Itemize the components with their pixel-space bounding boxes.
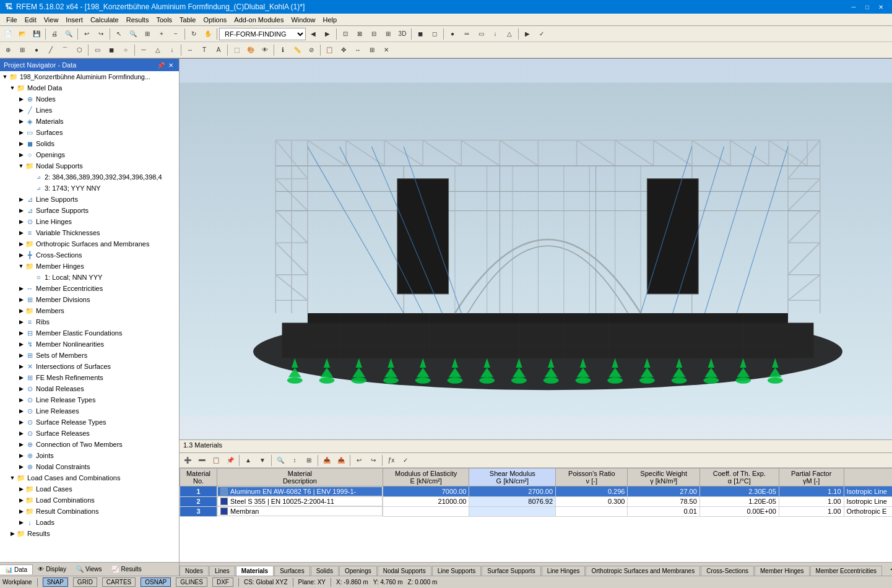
tb2-measure[interactable]: 📏 (290, 43, 304, 57)
menu-item-edit[interactable]: Edit (21, 15, 40, 25)
expand-ortho[interactable]: ▶ (17, 240, 25, 248)
btab-member-ecc[interactable]: Member Eccentricities (810, 566, 882, 576)
glines-btn[interactable]: GLINES (176, 577, 207, 587)
btab-materials[interactable]: Materials (236, 566, 274, 576)
btab-member-hinges[interactable]: Member Hinges (755, 566, 810, 576)
tree-surface-supports[interactable]: ▶ ⊿ Surface Supports (0, 205, 179, 216)
mat-E-1[interactable]: 7000.00 (383, 486, 469, 497)
tb2-array[interactable]: ⊞ (365, 43, 379, 57)
mat-gamma-1[interactable]: 27.00 (628, 486, 699, 497)
tb-zoom-in[interactable]: + (155, 27, 168, 41)
tb-new[interactable]: 📄 (1, 27, 15, 41)
btab-cross-sections[interactable]: Cross-Sections (701, 566, 754, 576)
menu-item-options[interactable]: Options (199, 15, 230, 25)
tb-pan[interactable]: ✋ (201, 27, 215, 41)
expand-openings[interactable]: ▶ (17, 151, 25, 158)
tree-nodal-constraints[interactable]: ▶ ⊕ Nodal Constraints (0, 461, 179, 472)
tb-supp-disp[interactable]: △ (503, 27, 516, 41)
expand-model-data[interactable]: ▼ (9, 84, 16, 92)
nav-tab-results[interactable]: 📈 Results (106, 564, 146, 574)
osnap-btn[interactable]: OSNAP (141, 577, 171, 587)
tree-materials[interactable]: ▶ ◈ Materials (0, 116, 179, 127)
tb-prev-step[interactable]: ◀ (306, 27, 320, 41)
tb2-mirror[interactable]: ↔ (351, 43, 365, 57)
btab-nodes[interactable]: Nodes (180, 566, 209, 576)
table-tb-redo[interactable]: ↪ (366, 454, 380, 467)
mat-alpha-1[interactable]: 2.30E-05 (699, 486, 779, 497)
mat-nu-3[interactable] (556, 506, 628, 516)
tb2-delete[interactable]: ✕ (379, 43, 393, 57)
tree-surf-rel-types[interactable]: ▶ ⊙ Surface Release Types (0, 417, 179, 428)
menu-item-help[interactable]: Help (319, 15, 341, 25)
tb-redo[interactable]: ↪ (94, 27, 108, 41)
expand-cross[interactable]: ▶ (17, 251, 25, 259)
tree-member-eccentricities[interactable]: ▶ ↔ Member Eccentricities (0, 283, 179, 294)
expand-intersect[interactable]: ▶ (17, 363, 25, 370)
btab-surface-supports[interactable]: Surface Supports (482, 566, 540, 576)
tb-undo[interactable]: ↩ (80, 27, 93, 41)
tb-surf-disp[interactable]: ▭ (474, 27, 488, 41)
cartes-btn[interactable]: CARTES (102, 577, 136, 587)
tb2-opening[interactable]: ○ (119, 43, 132, 57)
minimize-btn[interactable]: ─ (847, 2, 860, 12)
tree-openings[interactable]: ▶ ○ Openings (0, 149, 179, 160)
expand-fe-mesh[interactable]: ▶ (17, 374, 25, 381)
tree-member-divisions[interactable]: ▶ ⊞ Member Divisions (0, 294, 179, 305)
mat-G-2[interactable]: 8076.92 (469, 496, 556, 506)
tree-load-combinations[interactable]: ▶ 📁 Load Combinations (0, 495, 179, 506)
tree-fe-mesh[interactable]: ▶ ⊞ FE Mesh Refinements (0, 372, 179, 383)
expand-mem-el[interactable]: ▶ (17, 329, 25, 337)
tb2-layer[interactable]: ⬚ (230, 43, 243, 57)
tree-load-cases-comb[interactable]: ▼ 📁 Load Cases and Combinations (0, 472, 179, 483)
expand-rc[interactable]: ▶ (17, 508, 25, 515)
btab-lines[interactable]: Lines (209, 566, 235, 576)
mat-alpha-2[interactable]: 1.20E-05 (699, 496, 779, 506)
menu-item-table[interactable]: Table (176, 15, 199, 25)
nav-close[interactable]: ✕ (167, 61, 175, 69)
tb-zoom-all[interactable]: ⊞ (141, 27, 154, 41)
btab-line-hinges[interactable]: Line Hinges (542, 566, 586, 576)
expand-lco[interactable]: ▶ (17, 496, 25, 504)
menu-item-tools[interactable]: Tools (152, 15, 176, 25)
btab-line-supports[interactable]: Line Supports (432, 566, 482, 576)
tree-loads[interactable]: ▶ ↓ Loads (0, 517, 179, 528)
mat-desc-3[interactable]: Membran (217, 506, 383, 516)
expand-root[interactable]: ▼ (1, 73, 9, 80)
mat-G-3[interactable] (469, 506, 556, 516)
tb2-surface[interactable]: ▭ (90, 43, 104, 57)
expand-surface-supports[interactable]: ▶ (17, 207, 25, 214)
tree-line-supports[interactable]: ▶ ⊿ Line Supports (0, 194, 179, 205)
mat-desc-1[interactable]: Aluminum EN AW-6082 T6 | ENV 1999-1- (217, 486, 383, 496)
tb-shading[interactable]: ◼ (414, 27, 427, 41)
mat-nu-1[interactable]: 0.296 (556, 486, 628, 497)
btab-openings[interactable]: Openings (339, 566, 377, 576)
tb2-section[interactable]: ⊘ (305, 43, 318, 57)
tb-load-disp[interactable]: ↓ (488, 27, 502, 41)
tb-rotate[interactable]: ↻ (187, 27, 201, 41)
nav-pin[interactable]: 📌 (157, 61, 165, 69)
tb2-grid[interactable]: ⊞ (15, 43, 29, 57)
tree-ortho-surfaces[interactable]: ▶ 📁 Orthotropic Surfaces and Membranes (0, 238, 179, 249)
expand-line-hinges[interactable]: ▶ (17, 218, 25, 225)
tree-model-data[interactable]: ▼ 📁 Model Data (0, 82, 179, 93)
expand-solids[interactable]: ▶ (17, 140, 25, 147)
snap-btn[interactable]: SNAP (43, 577, 68, 587)
tree-ribs[interactable]: ▶ ≡ Ribs (0, 316, 179, 327)
expand-lcc[interactable]: ▼ (9, 474, 16, 482)
tb2-color[interactable]: 🎨 (244, 43, 258, 57)
tree-member-hinge-1[interactable]: ⊙ 1: Local; NNN YYY (0, 272, 179, 283)
dxf-btn[interactable]: DXF (212, 577, 233, 587)
tab-scroll-left[interactable]: ◀ (885, 562, 892, 576)
tb-check[interactable]: ✓ (535, 27, 548, 41)
table-tb-del-row[interactable]: ➖ (195, 454, 209, 467)
nav-tab-views[interactable]: 🔍 Views (71, 564, 107, 574)
menu-item-addon[interactable]: Add-on Modules (230, 15, 287, 25)
tb2-poly[interactable]: ⬡ (72, 43, 86, 57)
table-tb-check[interactable]: ✓ (399, 454, 412, 467)
expand-sets-mem[interactable]: ▶ (17, 352, 25, 359)
tree-nodal-support-2[interactable]: ⊿ 3: 1743; YYY NNY (0, 183, 179, 194)
expand-nod-rel[interactable]: ▶ (17, 385, 25, 392)
tb2-load[interactable]: ↓ (165, 43, 179, 57)
tb2-dimension[interactable]: ↔ (183, 43, 197, 57)
tb-node-disp[interactable]: ● (446, 27, 459, 41)
